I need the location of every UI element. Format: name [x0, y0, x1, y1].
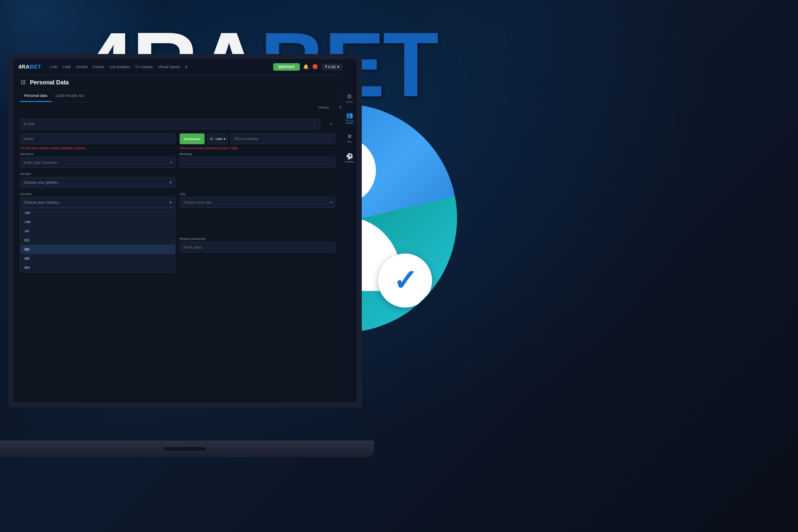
phone-error-text: The phone number should be at least 7 di…	[180, 147, 335, 150]
deposit-button[interactable]: DEPOSIT	[273, 63, 300, 71]
gender-group: Gender Choose your gender... ▾	[20, 172, 175, 188]
confirmed-button[interactable]: Confirmed	[180, 133, 205, 144]
right-sidebar: ⚙ Cricket 👥 Top Live Qualifier ❄ Slots ⚽…	[342, 59, 357, 402]
country-group: Country Choose your country... ▾ AM AW A…	[20, 192, 175, 208]
country-placeholder: Choose your country...	[24, 200, 61, 204]
email-group: ✏	[20, 118, 335, 129]
roulettes-icon: ⚽	[346, 153, 353, 160]
sidebar-icon-top-live[interactable]: 👥 Top Live Qualifier	[344, 112, 356, 124]
nav-item-esports[interactable]: E	[185, 65, 188, 69]
history-rules-row: History | ℹ Rules	[13, 102, 357, 113]
nav-items: LIVE LINE Cricket Casino Live Dealers TV…	[49, 65, 270, 69]
laptop-base	[0, 441, 374, 457]
country-dropdown: Choose your country... ▾ AM AW AF BS BD …	[20, 197, 175, 208]
user-avatar-icon[interactable]: 🔴	[312, 64, 318, 69]
nav-item-live-dealers[interactable]: Live Dealers	[109, 65, 130, 69]
sidebar-icon-slots[interactable]: ❄ Slots	[344, 132, 356, 144]
top-nav: 4RABET LIVE LINE Cricket Casino Live Dea…	[13, 59, 357, 75]
sidebar-icon-cricket[interactable]: ⚙ Cricket	[344, 92, 356, 104]
surname-label: Surname	[20, 152, 175, 156]
svg-rect-4	[23, 82, 25, 83]
nav-item-cricket[interactable]: Cricket	[76, 65, 88, 69]
surname-birthday-row: Surname ✏ Birthday 01-02-1990	[20, 152, 335, 168]
sidebar-icon-roulettes[interactable]: ⚽ Roulettes	[344, 152, 356, 164]
birthday-label: Birthday	[180, 152, 335, 156]
chevron-down-icon: ▾	[337, 65, 339, 69]
svg-point-0	[21, 80, 22, 81]
sidebar-top-live-label: Top Live Qualifier	[344, 119, 356, 124]
city-group: City ✏	[180, 192, 335, 208]
country-city-row: Country Choose your country... ▾ AM AW A…	[20, 192, 335, 208]
birthday-group: Birthday 01-02-1990	[180, 152, 335, 168]
svg-rect-5	[23, 84, 25, 84]
country-option-bh[interactable]: BH	[20, 263, 175, 272]
surname-edit-icon: ✏	[170, 161, 173, 165]
country-option-aw[interactable]: AW	[20, 217, 175, 227]
name-phone-row: Confirmed 🇧🇩 +880 ▾	[20, 133, 335, 144]
personal-data-icon	[20, 79, 27, 86]
country-dropdown-list: AM AW AF BS BD BB BH	[20, 208, 175, 273]
laptop-container: 4RABET LIVE LINE Cricket Casino Live Dea…	[8, 54, 370, 457]
country-label: Country	[20, 192, 175, 196]
form-area: ✏ Confirmed 🇧🇩 +8	[13, 113, 342, 218]
name-error-text: The first name should contains alphabeti…	[20, 147, 175, 150]
history-link[interactable]: History	[319, 106, 329, 109]
country-option-bd[interactable]: BD	[20, 245, 175, 254]
nav-item-tv-games[interactable]: TV Games	[135, 65, 153, 69]
cricket-icon: ⚙	[347, 93, 352, 100]
sub-nav: Personal data Cash in/cash out	[13, 90, 357, 102]
svg-rect-3	[23, 80, 25, 81]
repeat-password-group: Repeat password	[180, 237, 335, 253]
phone-flag-selector[interactable]: 🇧🇩 +880 ▾	[207, 133, 228, 144]
birthday-input[interactable]: 01-02-1990	[180, 157, 335, 168]
chevron-down-country: ▾	[170, 200, 172, 204]
phone-code: +880	[215, 137, 222, 141]
chevron-down-phone: ▾	[224, 137, 225, 141]
info-icon: ℹ	[340, 106, 341, 109]
repeat-password-label: Repeat password	[180, 237, 335, 241]
name-input[interactable]	[20, 133, 175, 144]
email-input-wrapper: ✏	[20, 118, 335, 129]
nav-logo: 4RABET	[18, 64, 41, 70]
errors-row: The first name should contains alphabeti…	[20, 146, 335, 150]
top-live-icon: 👥	[346, 112, 353, 118]
nav-logo-accent: BET	[30, 64, 42, 70]
gender-label: Gender	[20, 172, 175, 176]
svg-point-2	[21, 84, 22, 85]
nav-item-casino[interactable]: Casino	[93, 65, 104, 69]
repeat-password-input[interactable]	[180, 242, 335, 253]
svg-point-1	[21, 82, 22, 83]
country-option-bb[interactable]: BB	[20, 254, 175, 263]
surname-input-wrapper: ✏	[20, 157, 175, 168]
country-select[interactable]: Choose your country... ▾	[20, 197, 175, 208]
sub-nav-cash-in-out[interactable]: Cash in/cash out	[52, 90, 88, 102]
email-input[interactable]	[20, 118, 320, 129]
phone-input[interactable]	[230, 133, 335, 144]
email-edit-icon: ✏	[330, 122, 333, 126]
name-group	[20, 133, 175, 144]
nav-item-line[interactable]: LINE	[63, 65, 71, 69]
avatar-check-badge	[378, 254, 432, 308]
phone-flag-icon: 🇧🇩	[210, 137, 214, 141]
chevron-down-gender: ▾	[170, 180, 172, 185]
surname-input[interactable]	[20, 157, 175, 168]
city-input-wrapper: ✏	[180, 197, 335, 208]
nav-item-virtual-sports[interactable]: Virtual Sports	[158, 65, 180, 69]
nav-item-live[interactable]: LIVE	[49, 65, 58, 69]
country-option-bs[interactable]: BS	[20, 236, 175, 245]
slots-icon: ❄	[347, 133, 352, 140]
balance-chip[interactable]: ₹ 0.00 ▾	[321, 64, 343, 70]
screen-content: 4RABET LIVE LINE Cricket Casino Live Dea…	[13, 59, 357, 402]
country-option-af[interactable]: AF	[20, 227, 175, 236]
country-option-am[interactable]: AM	[20, 208, 175, 217]
sidebar-cricket-label: Cricket	[346, 101, 353, 103]
balance-value: ₹ 0.00	[325, 65, 336, 69]
city-input[interactable]	[180, 197, 335, 208]
bell-icon[interactable]: 🔔	[303, 64, 309, 69]
city-label: City	[180, 192, 335, 196]
laptop-screen: 4RABET LIVE LINE Cricket Casino Live Dea…	[8, 54, 362, 407]
gender-placeholder: Choose your gender...	[24, 180, 61, 185]
sub-nav-personal-data[interactable]: Personal data	[20, 90, 52, 102]
sidebar-roulettes-label: Roulettes	[345, 160, 354, 163]
gender-select[interactable]: Choose your gender... ▾	[20, 177, 175, 188]
